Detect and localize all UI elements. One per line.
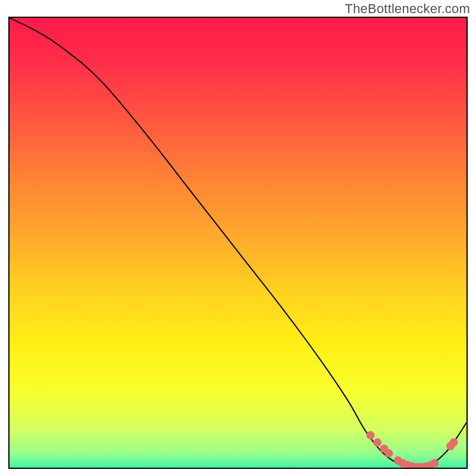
curve-layer <box>10 18 466 468</box>
data-marker <box>430 459 439 467</box>
chart-container: TheBottlenecker.com <box>0 0 476 476</box>
data-marker <box>384 449 393 458</box>
data-marker <box>450 439 458 447</box>
data-marker <box>367 431 375 440</box>
attribution-label: TheBottlenecker.com <box>345 1 470 17</box>
plot-frame <box>8 17 468 469</box>
data-marker <box>373 439 381 447</box>
bottleneck-curve-path <box>10 18 466 468</box>
